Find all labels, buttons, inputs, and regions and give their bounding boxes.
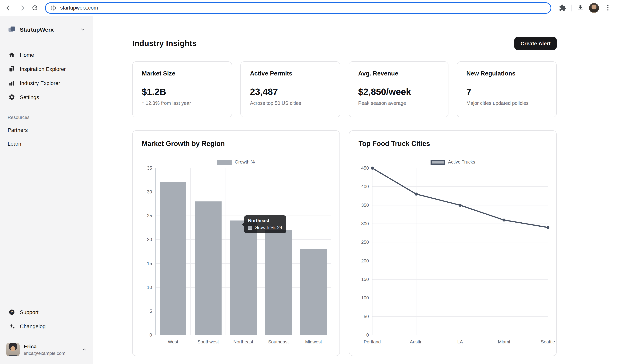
- create-alert-button[interactable]: Create Alert: [514, 37, 557, 50]
- sidebar-item-label: Industry Explorer: [20, 80, 60, 86]
- forward-button[interactable]: [15, 1, 28, 14]
- line-legend-label: Active Trucks: [448, 159, 475, 165]
- chevron-up-icon: [81, 347, 87, 352]
- stat-card-new-regulations: New Regulations 7 Major cities updated p…: [457, 61, 557, 117]
- user-avatar: [6, 343, 20, 356]
- sidebar-item-support[interactable]: ? Support: [5, 305, 88, 319]
- bar-chart-svg[interactable]: 05101520253035WestSouthwestNortheastSout…: [142, 166, 331, 346]
- user-card[interactable]: Erica erica@example.com: [0, 337, 93, 364]
- svg-text:Miami: Miami: [498, 339, 510, 344]
- workspace-switcher[interactable]: StartupWerx: [5, 22, 88, 37]
- svg-text:25: 25: [147, 213, 152, 218]
- sparkles-icon: [8, 323, 15, 330]
- user-meta: Erica erica@example.com: [24, 343, 78, 356]
- svg-text:Seattle: Seattle: [541, 339, 555, 344]
- arrow-back-icon: [5, 4, 13, 12]
- sidebar-item-label: Settings: [20, 94, 39, 100]
- sidebar-item-learn[interactable]: Learn: [0, 137, 93, 151]
- brand-logo-icon: [8, 25, 16, 34]
- brand-name: StartupWerx: [20, 26, 76, 33]
- svg-text:350: 350: [361, 203, 369, 208]
- user-email: erica@example.com: [24, 351, 78, 356]
- sidebar-item-settings[interactable]: Settings: [5, 90, 88, 104]
- svg-text:10: 10: [147, 285, 152, 290]
- help-icon: ?: [8, 309, 15, 316]
- sidebar-item-inspiration-explorer[interactable]: Inspiration Explorer: [5, 62, 88, 76]
- stat-value: $1.2B: [142, 87, 222, 97]
- stat-subtitle: Across top 50 US cities: [250, 100, 331, 106]
- svg-text:Southwest: Southwest: [198, 339, 219, 344]
- sidebar: StartupWerx Home Inspiration Explorer In…: [0, 16, 93, 364]
- svg-text:50: 50: [364, 314, 369, 319]
- sidebar-item-changelog[interactable]: Changelog: [5, 319, 88, 333]
- sidebar-item-label: Home: [20, 52, 34, 58]
- page-title: Industry Insights: [132, 39, 197, 48]
- globe-icon: [50, 5, 56, 11]
- download-icon: [577, 4, 584, 12]
- page-header: Industry Insights Create Alert: [132, 37, 557, 50]
- svg-text:450: 450: [361, 165, 369, 170]
- home-icon: [8, 52, 15, 58]
- line-chart-legend[interactable]: Active Trucks: [359, 159, 547, 165]
- svg-text:0: 0: [366, 332, 369, 338]
- back-button[interactable]: [2, 1, 15, 14]
- svg-text:400: 400: [361, 184, 369, 189]
- reload-button[interactable]: [28, 1, 41, 14]
- svg-text:LA: LA: [457, 339, 463, 344]
- svg-text:Midwest: Midwest: [305, 339, 322, 344]
- reload-icon: [31, 4, 38, 12]
- line-legend-swatch: [431, 159, 445, 165]
- stat-card-market-size: Market Size $1.2B ↑ 12.3% from last year: [132, 61, 232, 117]
- svg-text:15: 15: [147, 261, 152, 266]
- chevron-down-icon: [80, 27, 85, 32]
- svg-text:West: West: [168, 339, 178, 344]
- profile-avatar[interactable]: [589, 3, 599, 13]
- downloads-button[interactable]: [574, 1, 587, 14]
- browser-toolbar: startupwerx.com: [0, 0, 618, 16]
- browser-menu-button[interactable]: [601, 1, 614, 14]
- sidebar-item-industry-explorer[interactable]: Industry Explorer: [5, 76, 88, 90]
- bar-chart-legend[interactable]: Growth %: [142, 159, 330, 165]
- bar-legend-swatch: [217, 159, 232, 165]
- svg-text:100: 100: [361, 295, 369, 300]
- stat-subtitle: Major cities updated policies: [466, 100, 547, 106]
- extensions-button[interactable]: [556, 1, 569, 14]
- svg-text:0: 0: [150, 332, 152, 338]
- svg-text:200: 200: [361, 258, 369, 263]
- line-chart-svg[interactable]: 050100150200250300350400450PortlandAusti…: [359, 166, 548, 346]
- sidebar-item-home[interactable]: Home: [5, 48, 88, 62]
- stat-card-active-permits: Active Permits 23,487 Across top 50 US c…: [240, 61, 340, 117]
- tooltip-value: Growth %: 24: [255, 225, 282, 230]
- svg-text:35: 35: [147, 165, 152, 170]
- svg-text:Northeast: Northeast: [233, 339, 253, 344]
- tooltip-swatch: [248, 225, 252, 230]
- svg-text:300: 300: [361, 221, 369, 226]
- stat-subtitle: Peak season average: [358, 100, 439, 106]
- sidebar-item-partners[interactable]: Partners: [0, 123, 93, 137]
- sidebar-item-label: Support: [20, 309, 39, 315]
- svg-text:150: 150: [361, 277, 369, 282]
- toolbar-divider: [571, 4, 571, 11]
- stats-row: Market Size $1.2B ↑ 12.3% from last year…: [132, 61, 557, 117]
- pages-icon: [8, 65, 15, 72]
- stat-subtitle: ↑ 12.3% from last year: [142, 100, 222, 106]
- stat-card-avg-revenue: Avg. Revenue $2,850/week Peak season ave…: [349, 61, 449, 117]
- stat-value: 23,487: [250, 87, 331, 97]
- main-content: Industry Insights Create Alert Market Si…: [93, 16, 618, 364]
- stat-title: New Regulations: [466, 70, 547, 77]
- puzzle-icon: [559, 4, 566, 12]
- svg-text:5: 5: [150, 309, 152, 314]
- browser-window: startupwerx.com StartupWerx: [0, 0, 618, 364]
- bar-legend-label: Growth %: [235, 159, 255, 165]
- stat-value: $2,850/week: [358, 87, 439, 97]
- svg-text:?: ?: [11, 310, 13, 314]
- svg-text:Austin: Austin: [410, 339, 423, 344]
- charts-row: Market Growth by Region Growth % 0510152…: [132, 130, 557, 356]
- resources-section-label: Resources: [0, 104, 93, 123]
- tooltip-title: Northeast: [248, 218, 282, 223]
- address-bar[interactable]: startupwerx.com: [45, 2, 551, 13]
- stat-title: Active Permits: [250, 70, 331, 77]
- url-text: startupwerx.com: [60, 5, 98, 11]
- kebab-menu-icon: [604, 4, 611, 12]
- stat-title: Market Size: [142, 70, 222, 77]
